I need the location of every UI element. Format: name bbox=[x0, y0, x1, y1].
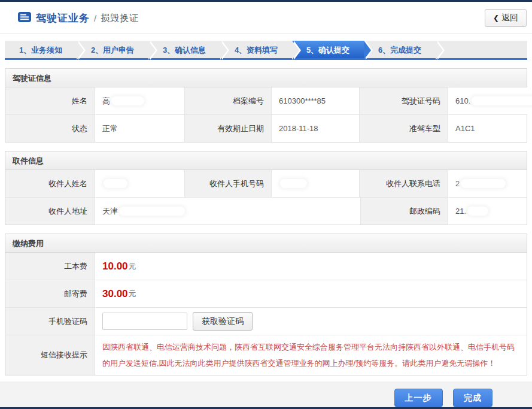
redaction-smudge bbox=[467, 207, 488, 216]
step-6-complete-submit[interactable]: 6、完成提交 bbox=[364, 41, 436, 58]
table-row: 工本费 10.00元 bbox=[5, 253, 527, 280]
recipient-address-value: 天津 bbox=[95, 198, 360, 225]
recipient-phone-value: 2 bbox=[448, 170, 527, 197]
step-progress-bar: 1、业务须知 2、用户申告 3、确认信息 4、资料填写 5、确认提交 6、完成提… bbox=[5, 41, 527, 60]
recipient-name-label: 收件人姓名 bbox=[5, 170, 95, 197]
file-number-value: 610300****85 bbox=[271, 87, 359, 114]
page-title: 驾驶证业务 bbox=[36, 11, 90, 25]
step-2-user-declaration[interactable]: 2、用户申告 bbox=[77, 41, 148, 58]
table-row: 短信接收提示 因陕西省联通、电信运营商技术问题，陕西省互联网交通安全综合服务管理… bbox=[5, 335, 527, 375]
sms-notice-text: 因陕西省联通、电信运营商技术问题，陕西省互联网交通安全综合服务管理平台无法向持陕… bbox=[95, 335, 527, 375]
page-header: 驾驶证业务 / 损毁换证 ❮返回 bbox=[0, 2, 532, 34]
step-1-business-notice[interactable]: 1、业务须知 bbox=[5, 41, 77, 58]
page-subtitle: 损毁换证 bbox=[101, 13, 139, 24]
chevron-left-icon: ❮ bbox=[493, 14, 499, 22]
step-4-fill-data[interactable]: 4、资料填写 bbox=[220, 41, 292, 58]
expiry-date-label: 有效期止日期 bbox=[184, 115, 271, 142]
finish-button[interactable]: 完成 bbox=[453, 389, 493, 407]
table-row: 手机验证码 获取验证码 bbox=[5, 307, 527, 335]
sms-code-cell: 获取验证码 bbox=[95, 308, 527, 335]
step-5-confirm-submit-active[interactable]: 5、确认提交 bbox=[292, 41, 364, 58]
license-number-value: 610. bbox=[448, 87, 532, 114]
payment-fees-title: 缴纳费用 bbox=[5, 234, 527, 253]
recipient-address-label: 收件人地址 bbox=[5, 198, 95, 225]
step-bar-filler bbox=[436, 41, 527, 58]
breadcrumb: 驾驶证业务 / 损毁换证 bbox=[18, 11, 139, 25]
redaction-smudge bbox=[461, 179, 506, 188]
redaction-smudge bbox=[111, 96, 144, 105]
recipient-name-value bbox=[95, 170, 184, 197]
status-value: 正常 bbox=[95, 115, 184, 142]
license-business-icon bbox=[18, 12, 31, 25]
license-number-label: 驾驶证号码 bbox=[359, 87, 448, 114]
breadcrumb-separator: / bbox=[94, 13, 96, 23]
postage-fee-value: 30.00元 bbox=[95, 280, 527, 307]
vehicle-class-label: 准驾车型 bbox=[359, 115, 448, 142]
back-button[interactable]: ❮返回 bbox=[485, 9, 527, 27]
redaction-smudge bbox=[119, 207, 185, 216]
table-row: 收件人姓名 收件人手机号码 收件人联系电话 2 bbox=[5, 170, 527, 197]
footer-actions: 上一步 完成 bbox=[0, 381, 532, 407]
redaction-smudge bbox=[472, 96, 532, 105]
vehicle-class-value: A1C1 bbox=[448, 115, 527, 142]
sms-code-input[interactable] bbox=[102, 313, 187, 330]
step-3-confirm-info[interactable]: 3、确认信息 bbox=[148, 41, 220, 58]
sms-notice-cell: 因陕西省联通、电信运营商技术问题，陕西省互联网交通安全综合服务管理平台无法向持陕… bbox=[95, 335, 527, 375]
postcode-value: 21. bbox=[448, 198, 527, 225]
payment-fees-section: 缴纳费用 工本费 10.00元 邮寄费 30.00元 手机验证码 获取验证码 短… bbox=[5, 234, 527, 375]
name-value: 高 bbox=[95, 87, 184, 114]
recipient-mobile-value bbox=[271, 170, 359, 197]
back-button-label: 返回 bbox=[501, 13, 518, 22]
table-row: 邮寄费 30.00元 bbox=[5, 280, 527, 307]
get-sms-code-button[interactable]: 获取验证码 bbox=[193, 312, 253, 331]
table-row: 收件人地址 天津 邮政编码 21. bbox=[5, 197, 527, 225]
name-label: 姓名 bbox=[5, 87, 95, 114]
production-fee-value: 10.00元 bbox=[95, 253, 527, 280]
license-info-title: 驾驶证信息 bbox=[5, 69, 527, 87]
pickup-info-title: 取件信息 bbox=[5, 152, 527, 170]
sms-notice-label: 短信接收提示 bbox=[5, 335, 95, 375]
production-fee-label: 工本费 bbox=[5, 253, 95, 280]
previous-step-button[interactable]: 上一步 bbox=[394, 389, 443, 407]
file-number-label: 档案编号 bbox=[184, 87, 271, 114]
recipient-mobile-label: 收件人手机号码 bbox=[184, 170, 271, 197]
sms-code-label: 手机验证码 bbox=[5, 308, 95, 335]
table-row: 状态 正常 有效期止日期 2018-11-18 准驾车型 A1C1 bbox=[5, 114, 527, 142]
postage-fee-label: 邮寄费 bbox=[5, 280, 95, 307]
status-label: 状态 bbox=[5, 115, 95, 142]
postcode-label: 邮政编码 bbox=[360, 198, 448, 225]
expiry-date-value: 2018-11-18 bbox=[271, 115, 359, 142]
license-info-section: 驾驶证信息 姓名 高 档案编号 610300****85 驾驶证号码 610. … bbox=[5, 68, 527, 143]
pickup-info-section: 取件信息 收件人姓名 收件人手机号码 收件人联系电话 2 收件人地址 天津 邮政… bbox=[5, 151, 527, 225]
table-row: 姓名 高 档案编号 610300****85 驾驶证号码 610. bbox=[5, 87, 527, 114]
redaction-smudge bbox=[280, 179, 307, 188]
redaction-smudge bbox=[104, 179, 127, 188]
main-content: 驾驶证业务 / 损毁换证 ❮返回 1、业务须知 2、用户申告 3、确认信息 4、… bbox=[0, 2, 532, 381]
recipient-phone-label: 收件人联系电话 bbox=[359, 170, 448, 197]
